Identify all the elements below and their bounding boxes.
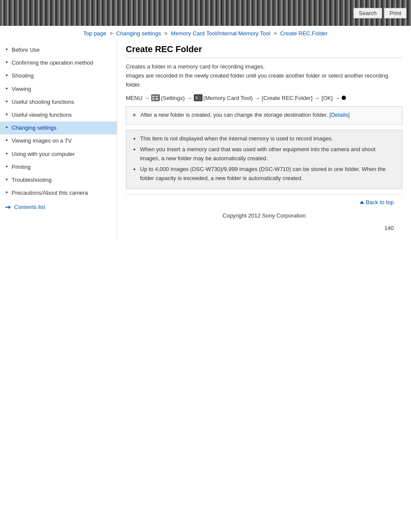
arrow-icon-troubleshooting: ► bbox=[5, 177, 9, 182]
notes-list: This item is not displayed when the inte… bbox=[132, 134, 396, 183]
note-box: This item is not displayed when the inte… bbox=[126, 130, 402, 189]
sidebar-item-troubleshooting[interactable]: ► Troubleshooting bbox=[0, 174, 117, 187]
main-layout: ► Before Use ► Confirming the operation … bbox=[0, 40, 411, 242]
arrow-icon-useful-shooting: ► bbox=[5, 99, 9, 104]
arrow-sym-1: → bbox=[144, 95, 149, 101]
sidebar: ► Before Use ► Confirming the operation … bbox=[0, 40, 117, 242]
arrow-sym-5: → bbox=[334, 95, 340, 101]
svg-rect-1 bbox=[152, 96, 155, 97]
triangle-up-icon bbox=[360, 201, 364, 204]
memory-icon-group: (Memory Card Tool) bbox=[194, 94, 253, 101]
menu-label: MENU bbox=[126, 95, 142, 101]
arrow-icon-changing-settings: ► bbox=[5, 124, 9, 130]
sidebar-item-before-use[interactable]: ► Before Use bbox=[0, 44, 117, 56]
memory-label: (Memory Card Tool) bbox=[203, 95, 253, 101]
sidebar-item-printing[interactable]: ► Printing bbox=[0, 161, 117, 174]
description-line1: Creates a folder in a memory card for re… bbox=[126, 63, 265, 70]
sidebar-label-confirming: Confirming the operation method bbox=[12, 59, 113, 67]
sidebar-item-changing-settings[interactable]: ► Changing settings bbox=[0, 121, 117, 134]
svg-rect-0 bbox=[151, 94, 160, 101]
tip-icon: ✦ bbox=[131, 110, 137, 121]
sidebar-label-printing: Printing bbox=[12, 163, 113, 171]
note-item-1: This item is not displayed when the inte… bbox=[140, 134, 396, 143]
bracket-label: [Create REC.Folder] bbox=[262, 95, 313, 101]
tip-box: ✦ After a new folder is created, you can… bbox=[126, 106, 402, 124]
back-to-top-label: Back to top bbox=[366, 199, 394, 205]
sidebar-item-using-computer[interactable]: ► Using with your computer bbox=[0, 148, 117, 161]
page-title: Create REC Folder bbox=[126, 44, 402, 58]
breadcrumb: Top page > Changing settings > Memory Ca… bbox=[0, 26, 411, 40]
sidebar-label-before-use: Before Use bbox=[12, 46, 113, 54]
arrow-icon-shooting: ► bbox=[5, 72, 9, 78]
arrow-sym-2: → bbox=[187, 95, 192, 101]
header-buttons: Search Print bbox=[353, 8, 407, 19]
breadcrumb-sep1: > bbox=[109, 30, 114, 37]
print-button[interactable]: Print bbox=[384, 8, 407, 19]
breadcrumb-sep3: > bbox=[274, 30, 278, 37]
memory-icon bbox=[194, 94, 202, 101]
menu-path: MENU → (Settings) → bbox=[126, 94, 402, 101]
ok-label: [OK] bbox=[321, 95, 333, 101]
end-bullet bbox=[342, 96, 346, 100]
bottom-bar: Back to top bbox=[126, 194, 402, 210]
details-link[interactable]: [Details] bbox=[330, 112, 350, 118]
arrow-icon-confirming: ► bbox=[5, 59, 9, 65]
contents-list-arrow-icon bbox=[5, 205, 12, 209]
sidebar-label-troubleshooting: Troubleshooting bbox=[12, 176, 113, 184]
sidebar-item-useful-viewing[interactable]: ► Useful viewing functions bbox=[0, 109, 117, 121]
tip-text: After a new folder is created, you can c… bbox=[140, 112, 328, 118]
copyright: Copyright 2012 Sony Corporation bbox=[126, 210, 402, 223]
sidebar-label-useful-shooting: Useful shooting functions bbox=[12, 98, 113, 106]
arrow-icon-before-use: ► bbox=[5, 47, 9, 52]
arrow-icon-useful-viewing: ► bbox=[5, 112, 9, 117]
contents-list-link[interactable]: Contents list bbox=[0, 199, 117, 215]
sidebar-label-shooting: Shooting bbox=[12, 72, 113, 80]
breadcrumb-current: Create REC.Folder bbox=[280, 30, 328, 37]
description: Creates a folder in a memory card for re… bbox=[126, 62, 402, 89]
arrow-icon-viewing-tv: ► bbox=[5, 137, 9, 143]
sidebar-item-shooting[interactable]: ► Shooting bbox=[0, 69, 117, 82]
search-button[interactable]: Search bbox=[353, 8, 382, 19]
sidebar-item-viewing[interactable]: ► Viewing bbox=[0, 83, 117, 96]
sidebar-label-precautions: Precautions/About this camera bbox=[12, 189, 113, 197]
arrow-sym-4: → bbox=[314, 95, 320, 101]
arrow-sym-3: → bbox=[255, 95, 260, 101]
arrow-icon-printing: ► bbox=[5, 164, 9, 169]
breadcrumb-top[interactable]: Top page bbox=[83, 30, 106, 37]
svg-rect-4 bbox=[156, 98, 158, 100]
note-item-2: When you insert a memory card that was u… bbox=[140, 145, 396, 163]
settings-icon-group: (Settings) bbox=[151, 94, 185, 101]
sidebar-label-using-computer: Using with your computer bbox=[12, 150, 113, 158]
header: Search Print bbox=[0, 0, 411, 26]
page-number: 140 bbox=[126, 223, 402, 233]
sidebar-item-confirming[interactable]: ► Confirming the operation method bbox=[0, 56, 117, 69]
sidebar-label-viewing-tv: Viewing images on a TV bbox=[12, 137, 113, 145]
sidebar-item-precautions[interactable]: ► Precautions/About this camera bbox=[0, 187, 117, 199]
arrow-icon-viewing: ► bbox=[5, 86, 9, 91]
arrow-icon-precautions: ► bbox=[5, 190, 9, 195]
note-item-3: Up to 4,000 images (DSC-W730)/9,999 imag… bbox=[140, 165, 396, 183]
svg-rect-2 bbox=[156, 96, 158, 97]
contents-list-label: Contents list bbox=[14, 204, 45, 210]
sidebar-label-useful-viewing: Useful viewing functions bbox=[12, 111, 113, 119]
breadcrumb-sep2: > bbox=[164, 30, 169, 37]
content-area: Create REC Folder Creates a folder in a … bbox=[117, 40, 411, 242]
back-to-top-link[interactable]: Back to top bbox=[360, 199, 394, 205]
settings-icon bbox=[151, 94, 160, 101]
description-line2: Images are recorded in the newly created… bbox=[126, 72, 388, 88]
svg-rect-7 bbox=[196, 96, 198, 100]
svg-rect-3 bbox=[152, 98, 155, 100]
sidebar-label-viewing: Viewing bbox=[12, 85, 113, 93]
breadcrumb-memory[interactable]: Memory Card Tool/Internal Memory Tool bbox=[171, 30, 271, 37]
breadcrumb-changing[interactable]: Changing settings bbox=[116, 30, 161, 37]
arrow-icon-using-computer: ► bbox=[5, 151, 9, 156]
sidebar-item-viewing-tv[interactable]: ► Viewing images on a TV bbox=[0, 134, 117, 147]
settings-label: (Settings) bbox=[161, 95, 185, 101]
sidebar-item-useful-shooting[interactable]: ► Useful shooting functions bbox=[0, 96, 117, 109]
sidebar-label-changing-settings: Changing settings bbox=[12, 124, 113, 132]
